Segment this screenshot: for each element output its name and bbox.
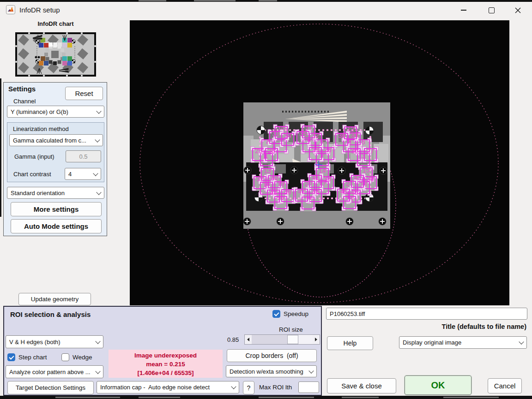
linearization-label: Linearization method — [13, 125, 69, 132]
svg-text:41: 41 — [312, 174, 319, 181]
warning-line-3: [1.406e+04 / 65535] — [109, 369, 223, 377]
target-detection-settings-button[interactable]: Target Detection Settings — [7, 381, 94, 394]
chevron-down-icon — [308, 368, 314, 373]
edges-value: V & H edges (both) — [9, 339, 94, 345]
gamma-input[interactable]: 0.5 — [66, 150, 101, 162]
analyze-color-dropdown[interactable]: Analyze color pattern above ... — [6, 365, 103, 378]
infodr-setup-window: { "window": { "title": "InfoDR setup" },… — [0, 0, 532, 399]
detection-value: Detection w/exta smoothing — [230, 368, 308, 375]
max-roi-input[interactable] — [298, 381, 319, 393]
gamma-label: Gamma (input) — [14, 153, 54, 160]
background-app-strip-bottom — [0, 396, 532, 399]
chart-contrast-dropdown[interactable]: 4 — [65, 168, 101, 180]
analyzed-image: 1234567891011121314151617181920212223242… — [130, 20, 509, 305]
background-app-strip-left — [0, 78, 1, 217]
window-title: InfoDR setup — [19, 6, 60, 14]
step-chart-label: Step chart — [18, 354, 47, 361]
maximize-icon — [489, 7, 495, 13]
display-mode-value: Display original image — [403, 339, 518, 346]
minimize-button[interactable] — [453, 2, 474, 18]
update-geometry-button[interactable]: Update geometry — [18, 293, 91, 305]
warning-line-1: Image underexposed — [109, 351, 223, 360]
thumbnail-label: InfoDR chart — [15, 20, 96, 27]
svg-text:38: 38 — [324, 175, 331, 183]
slider-thumb[interactable] — [287, 335, 298, 344]
reset-button[interactable]: Reset — [65, 87, 103, 100]
chevron-down-icon — [95, 137, 100, 142]
svg-text:15: 15 — [363, 167, 370, 174]
title-defaults-label: Title (defaults to file name) — [365, 323, 526, 330]
speedup-label: Speedup — [284, 310, 308, 317]
exposure-warning: Image underexposed mean = 0.215 [1.406e+… — [109, 350, 223, 378]
svg-text:31: 31 — [272, 130, 279, 137]
svg-text:37: 37 — [256, 175, 264, 183]
speedup-checkbox[interactable] — [272, 310, 280, 318]
auto-mode-settings-button[interactable]: Auto Mode settings — [11, 219, 102, 233]
display-mode-dropdown[interactable]: Display original image — [399, 336, 527, 349]
crop-borders-button[interactable]: Crop borders (off) — [227, 349, 317, 362]
analyze-color-value: Analyze color pattern above ... — [9, 369, 94, 375]
close-button[interactable] — [507, 2, 528, 18]
linearization-panel: Linearization method Gamma calculated fr… — [7, 122, 104, 182]
wedge-checkbox[interactable] — [61, 353, 69, 361]
orientation-value: Standard orientation — [11, 190, 95, 197]
channel-dropdown[interactable]: Y (luminance) or G(b) — [7, 106, 104, 118]
matlab-app-icon — [6, 5, 15, 14]
svg-text:28: 28 — [268, 147, 275, 155]
chart-contrast-value: 4 — [68, 171, 92, 178]
step-chart-checkbox[interactable] — [7, 353, 15, 361]
svg-text:29: 29 — [312, 146, 319, 154]
svg-text:46: 46 — [284, 188, 291, 196]
svg-text:34: 34 — [284, 132, 291, 139]
channel-label: Channel — [13, 98, 36, 105]
roi-size-slider[interactable] — [244, 334, 320, 345]
linearization-value: Gamma calculated from c... — [13, 137, 94, 144]
roi-panel-title: ROI selection & analysis — [10, 310, 91, 318]
filename-input[interactable]: P1060253.tiff — [326, 308, 527, 320]
help-button[interactable]: Help — [327, 336, 373, 350]
image-viewport[interactable]: 1234567891011121314151617181920212223242… — [130, 20, 509, 305]
svg-text:40: 40 — [271, 174, 278, 182]
chart-contrast-label: Chart contrast — [13, 171, 51, 178]
chevron-down-icon — [95, 369, 100, 374]
svg-text:27: 27 — [367, 147, 374, 155]
cancel-button[interactable]: Cancel — [488, 378, 522, 393]
svg-text:26: 26 — [324, 146, 332, 154]
maximize-button[interactable] — [481, 2, 502, 18]
help-question-button[interactable]: ? — [243, 381, 254, 394]
roi-size-value: 0.85 — [227, 336, 239, 343]
svg-text:36: 36 — [338, 132, 345, 139]
svg-text:45: 45 — [351, 189, 358, 196]
svg-text:47: 47 — [298, 188, 305, 195]
wedge-label: Wedge — [73, 354, 92, 361]
infodr-chart-thumbnail — [15, 32, 96, 77]
information-cap-dropdown[interactable]: Information cap - Auto edge noise detect — [97, 381, 239, 393]
edges-dropdown[interactable]: V & H edges (both) — [6, 335, 103, 348]
speedup-checkbox-row: Speedup — [272, 310, 308, 318]
chevron-down-icon — [231, 384, 236, 389]
roi-panel: ROI selection & analysis Speedup ROI siz… — [3, 306, 322, 396]
chevron-down-icon — [96, 108, 101, 113]
max-roi-label: Max ROI lth — [259, 384, 292, 391]
wedge-checkbox-row: Wedge — [61, 353, 92, 361]
save-close-button[interactable]: Save & close — [327, 378, 396, 393]
slider-left-arrow[interactable] — [245, 335, 252, 344]
svg-text:44: 44 — [312, 188, 319, 196]
svg-text:43: 43 — [270, 189, 277, 196]
orientation-dropdown[interactable]: Standard orientation — [7, 187, 104, 199]
more-settings-button[interactable]: More settings — [11, 202, 102, 216]
linearization-dropdown[interactable]: Gamma calculated from c... — [9, 134, 103, 146]
svg-text:39: 39 — [367, 175, 374, 183]
svg-text:35: 35 — [299, 130, 307, 137]
information-cap-value: Information cap - Auto edge noise detect — [100, 384, 230, 391]
chevron-down-icon — [95, 339, 100, 344]
minimize-icon — [461, 10, 466, 11]
detection-dropdown[interactable]: Detection w/exta smoothing — [226, 365, 317, 377]
svg-text:13: 13 — [264, 167, 271, 174]
step-chart-checkbox-row: Step chart — [7, 353, 47, 361]
ok-button[interactable]: OK — [405, 375, 472, 395]
slider-track[interactable] — [252, 335, 313, 344]
svg-text:25: 25 — [255, 147, 262, 155]
slider-right-arrow[interactable] — [313, 335, 320, 344]
svg-text:48: 48 — [340, 188, 347, 195]
